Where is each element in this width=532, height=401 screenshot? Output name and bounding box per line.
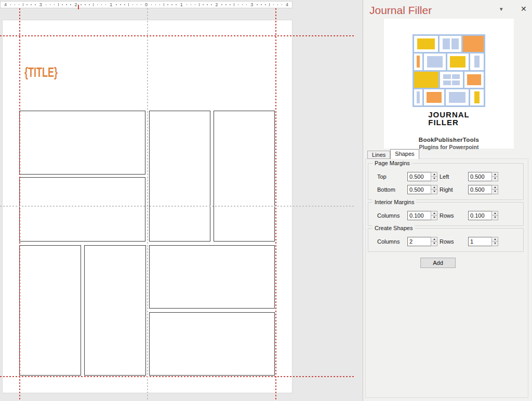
layout-shape-box[interactable] — [84, 245, 146, 376]
ruler-dot — [15, 4, 16, 5]
add-button[interactable]: Add — [420, 258, 456, 268]
close-icon[interactable]: ✕ — [521, 5, 527, 13]
logo-block — [449, 92, 466, 103]
ruler-halftick — [58, 3, 59, 6]
title-placeholder-text[interactable]: {TITLE} — [24, 65, 58, 80]
interior-margins-rows-stepper: 0.100 — [468, 211, 498, 220]
logo-cell — [424, 54, 445, 70]
logo-block — [443, 74, 460, 85]
logo-cell — [446, 89, 469, 105]
spinner-up-button[interactable] — [491, 172, 498, 177]
ruler-dot — [35, 4, 36, 5]
page-margins-left-input[interactable]: 0.500 — [468, 172, 491, 181]
arrow-up-icon — [494, 238, 496, 240]
ruler-dot — [89, 4, 90, 5]
spinner-down-button[interactable] — [491, 190, 498, 194]
field-label: Top — [377, 173, 407, 180]
logo-cell — [464, 72, 484, 88]
ruler-halftick — [23, 3, 23, 6]
arrow-up-icon — [433, 173, 435, 175]
interior-margins-columns-input[interactable]: 0.100 — [407, 211, 431, 220]
ruler-dot — [203, 4, 204, 5]
groupbox-title: Interior Margins — [373, 199, 416, 205]
ruler-dot — [85, 4, 86, 5]
interior-margins-columns-stepper: 0.100 — [407, 211, 437, 220]
spinner-up-button[interactable] — [431, 172, 437, 177]
spinner-down-button[interactable] — [491, 242, 498, 246]
ruler-ticks — [46, 3, 71, 6]
arrow-down-icon — [433, 243, 435, 244]
spinner-down-button[interactable] — [491, 177, 498, 181]
spinner-down-button[interactable] — [431, 242, 437, 246]
spinner-up-button[interactable] — [491, 237, 498, 242]
ruler-dot — [66, 4, 67, 5]
interior-margins-rows-input[interactable]: 0.100 — [468, 211, 491, 220]
ruler-number: 4 — [286, 2, 288, 7]
ruler-number: 3 — [39, 2, 42, 7]
ruler-dot — [120, 4, 121, 5]
logo-brand: BookPublisherTools — [384, 137, 514, 143]
logo-row — [414, 89, 484, 105]
logo-cell — [414, 72, 438, 88]
margin-guide-vertical[interactable] — [275, 8, 276, 401]
spinner-down-button[interactable] — [431, 177, 437, 181]
spinner-down-button[interactable] — [431, 190, 437, 194]
spinner-up-button[interactable] — [431, 211, 437, 216]
ruler-dot — [132, 4, 134, 5]
page-margins-right-input[interactable]: 0.500 — [468, 185, 491, 194]
spinner-up-button[interactable] — [491, 185, 498, 190]
tab-lines[interactable]: Lines — [367, 151, 390, 159]
groupbox-title: Create Shapes — [373, 225, 415, 231]
spinner-up-button[interactable] — [431, 237, 437, 242]
chevron-down-icon[interactable]: ▾ — [500, 6, 503, 12]
spinner-up-button[interactable] — [491, 211, 498, 216]
logo-cell — [414, 54, 422, 70]
spinner — [431, 237, 437, 246]
page-margins-bottom-stepper: 0.500 — [407, 185, 437, 194]
layout-shape-box[interactable] — [214, 111, 275, 242]
margin-guide-vertical[interactable] — [19, 8, 20, 401]
ruler-dot — [124, 4, 125, 5]
ruler-dot — [242, 4, 243, 5]
create-shapes-columns-input[interactable]: 2 — [407, 237, 431, 246]
journal-filler-taskpane: Journal Filler ▾ ✕ JOURNAL FILLER BookPu… — [363, 0, 532, 401]
ruler-ticks — [116, 3, 141, 6]
create-shapes-rows-input[interactable]: 1 — [468, 237, 491, 246]
layout-shape-box[interactable] — [149, 312, 275, 376]
spinner — [431, 211, 437, 220]
layout-shape-box[interactable] — [19, 111, 145, 175]
layout-shape-box[interactable] — [149, 111, 210, 242]
logo-block — [474, 56, 480, 68]
page-margins-top-input[interactable]: 0.500 — [407, 172, 431, 181]
layout-shape-box[interactable] — [19, 245, 81, 376]
logo-wordmark: JOURNAL FILLER — [428, 111, 470, 127]
margin-guide-horizontal[interactable] — [0, 376, 355, 377]
spinner-down-button[interactable] — [491, 216, 498, 220]
field-row: Top0.500Left0.500 — [368, 170, 523, 183]
ruler-dot — [31, 4, 32, 5]
horizontal-ruler[interactable]: 432101234 — [0, 1, 292, 8]
layout-shape-box[interactable] — [19, 177, 145, 242]
spinner-up-button[interactable] — [431, 185, 437, 190]
margin-guide-horizontal[interactable] — [0, 35, 355, 36]
ruler-dot — [171, 4, 172, 5]
center-guide-vertical[interactable] — [147, 8, 148, 401]
ruler-dot — [191, 4, 192, 5]
ruler-ticks — [221, 3, 247, 6]
logo-block — [467, 74, 481, 85]
field-label: Left — [440, 173, 468, 180]
center-guide-horizontal[interactable] — [0, 206, 355, 207]
logo-line1: JOURNAL — [428, 111, 470, 118]
page-margins-bottom-input[interactable]: 0.500 — [407, 185, 431, 194]
ruler-dot — [151, 4, 152, 5]
ruler-dot — [187, 4, 188, 5]
ruler-number: 2 — [215, 2, 218, 7]
logo-grid — [413, 34, 485, 107]
arrow-down-icon — [494, 191, 496, 192]
spinner-down-button[interactable] — [431, 216, 437, 220]
field-row: Columns0.100Rows0.100 — [368, 209, 523, 222]
layout-shape-box[interactable] — [149, 245, 275, 309]
ruler-ticks — [81, 3, 106, 6]
spinner — [491, 185, 498, 194]
tab-shapes[interactable]: Shapes — [390, 149, 419, 159]
